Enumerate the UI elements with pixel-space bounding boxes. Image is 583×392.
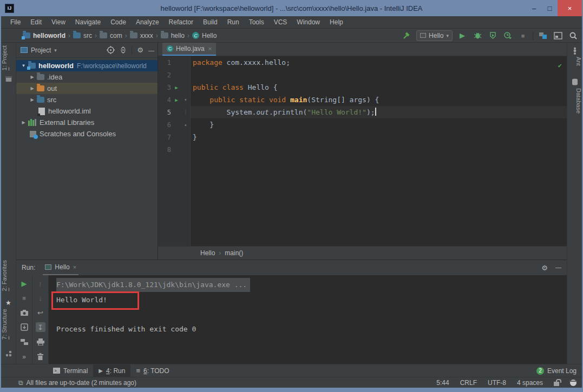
code-line-5: System.out.println("Hello World!"); [191, 106, 567, 118]
editor-tab-hello-java[interactable]: C Hello.java × [162, 43, 216, 56]
run-console-output[interactable]: F:\Work\JDK\jdk1.8.0_121\jdk\bin\java.ex… [49, 275, 567, 364]
editor-gutter: 1 2 3▶ 4▶▾ 5│ 6▴ 7 8 [158, 56, 191, 246]
code-text[interactable]: package com.xxxx.hello; public class Hel… [191, 56, 567, 246]
search-everywhere-button[interactable] [568, 30, 579, 41]
tool-window-button-ant[interactable]: Ant [567, 57, 582, 66]
clear-console-button[interactable] [36, 351, 45, 361]
caret-position[interactable]: 5:44 [436, 379, 449, 387]
run-tab-hello[interactable]: Hello × [43, 260, 78, 275]
tree-collapsed-icon[interactable]: ▶ [29, 97, 35, 102]
breadcrumb-hello[interactable]: hello [161, 32, 185, 39]
menu-build[interactable]: Build [198, 16, 222, 28]
breadcrumb-xxxx[interactable]: xxxx [130, 32, 153, 39]
tree-row-src[interactable]: ▶ src [16, 94, 158, 105]
dump-threads-button[interactable] [19, 337, 29, 347]
unlock-icon[interactable] [554, 382, 559, 386]
next-occurrence-button[interactable]: ↓ [36, 293, 45, 303]
frame-icon[interactable]: ⧉ [18, 379, 23, 387]
build-project-button[interactable] [401, 30, 412, 41]
indent-indicator[interactable]: 4 spaces [517, 379, 543, 387]
tree-collapsed-icon[interactable]: ▶ [29, 75, 35, 79]
line-ending-indicator[interactable]: CRLF [460, 379, 477, 387]
menu-tools[interactable]: Tools [244, 16, 269, 28]
close-tab-icon[interactable]: × [73, 264, 76, 270]
tool-window-button-database[interactable]: Database [567, 88, 582, 114]
breadcrumb-class-hello[interactable]: CHello [192, 32, 217, 39]
tool-window-button-run[interactable]: ▶ 4: Run [93, 364, 130, 377]
screenshot-button[interactable] [19, 308, 29, 317]
menu-window[interactable]: Window [292, 16, 325, 28]
restore-layout-button[interactable] [19, 322, 29, 332]
tree-row-idea[interactable]: ▶ .idea [16, 71, 158, 83]
fold-end-icon[interactable]: ▴ [182, 122, 189, 127]
tool-window-button-project[interactable]: 1: Project [1, 45, 16, 70]
chevron-icon: › [219, 249, 221, 257]
event-log-button[interactable]: 2 Event Log [536, 367, 577, 375]
hide-panel-button[interactable]: — [148, 47, 154, 54]
menu-analyze[interactable]: Analyze [131, 16, 164, 28]
settings-gear-icon[interactable]: ⚙ [541, 264, 548, 272]
tree-row-iml[interactable]: helloworld.iml [16, 105, 158, 117]
tool-window-button-structure[interactable]: 7: Structure [1, 309, 16, 340]
menu-view[interactable]: View [47, 16, 70, 28]
close-tab-icon[interactable]: × [208, 45, 212, 52]
libraries-icon [28, 119, 36, 126]
run-configuration-dropdown[interactable]: Hello ▾ [416, 30, 453, 41]
breadcrumb-method[interactable]: main() [225, 249, 243, 257]
tree-row-out[interactable]: ▶ out [16, 83, 158, 94]
run-class-gutter-icon[interactable]: ▶ [171, 85, 182, 90]
run-main-gutter-icon[interactable]: ▶ [171, 97, 182, 103]
tree-row-helloworld[interactable]: ▼ helloworld F:\workspace\helloworld [16, 60, 158, 71]
menu-file[interactable]: File [5, 16, 25, 28]
tool-window-button-favorites[interactable]: 2: Favorites [1, 260, 16, 291]
menu-refactor[interactable]: Refactor [164, 16, 198, 28]
run-button[interactable]: ▶ [457, 30, 468, 41]
tool-window-button-todo[interactable]: ≡ 6: TODO [130, 364, 174, 377]
more-actions-button[interactable]: » [22, 353, 26, 361]
tree-collapsed-icon[interactable]: ▶ [29, 86, 35, 91]
menu-run[interactable]: Run [222, 16, 244, 28]
tree-row-scratches[interactable]: Scratches and Consoles [16, 128, 158, 139]
menu-code[interactable]: Code [106, 16, 131, 28]
debug-button[interactable] [472, 30, 483, 41]
fold-start-icon[interactable]: ▾ [182, 97, 189, 102]
run-toolbar-primary: ▶ ■ » [16, 275, 32, 364]
tool-windows-button[interactable] [553, 30, 564, 41]
stop-process-button[interactable]: ■ [19, 293, 29, 303]
scroll-to-end-button[interactable]: ↧ [36, 322, 45, 332]
stop-button[interactable]: ■ [518, 30, 528, 41]
locate-file-button[interactable] [107, 46, 115, 54]
close-window-button[interactable]: × [558, 0, 582, 16]
tool-window-button-terminal[interactable]: >_ Terminal [48, 364, 93, 377]
settings-gear-icon[interactable]: ⚙ [137, 46, 143, 54]
soft-wrap-button[interactable]: ↩ [36, 308, 45, 317]
folder-icon [100, 32, 107, 38]
hide-panel-button[interactable]: — [555, 264, 561, 272]
console-command-line: F:\Work\JDK\jdk1.8.0_121\jdk\bin\java.ex… [56, 278, 567, 292]
inspection-profile-icon[interactable] [570, 380, 577, 386]
run-config-icon [420, 33, 426, 38]
menu-edit[interactable]: Edit [25, 16, 47, 28]
minimize-window-button[interactable]: – [526, 0, 542, 16]
rerun-button[interactable]: ▶ [19, 278, 29, 288]
prev-occurrence-button[interactable]: ↑ [36, 278, 45, 288]
menu-vcs[interactable]: VCS [269, 16, 292, 28]
breadcrumb-class[interactable]: Hello [200, 249, 215, 257]
tree-expanded-icon[interactable]: ▼ [21, 63, 27, 68]
tree-row-external-libraries[interactable]: ▶ External Libraries [16, 117, 158, 128]
code-editor[interactable]: 1 2 3▶ 4▶▾ 5│ 6▴ 7 8 package com.xxxx.he… [158, 56, 567, 246]
menu-navigate[interactable]: Navigate [70, 16, 106, 28]
encoding-indicator[interactable]: UTF-8 [488, 379, 506, 387]
maximize-window-button[interactable]: □ [542, 0, 558, 16]
breadcrumb-project[interactable]: helloworld [23, 32, 65, 39]
breadcrumb-src[interactable]: src [73, 32, 92, 39]
collapse-all-button[interactable] [120, 46, 127, 54]
menu-help[interactable]: Help [325, 16, 348, 28]
project-view-selector[interactable]: Project [31, 46, 51, 54]
tree-collapsed-icon[interactable]: ▶ [21, 120, 27, 125]
run-with-coverage-button[interactable] [487, 30, 498, 41]
print-button[interactable] [36, 337, 45, 347]
run-with-profiler-button[interactable] [502, 30, 513, 41]
breadcrumb-com[interactable]: com [100, 32, 122, 39]
project-structure-button[interactable] [538, 30, 548, 41]
